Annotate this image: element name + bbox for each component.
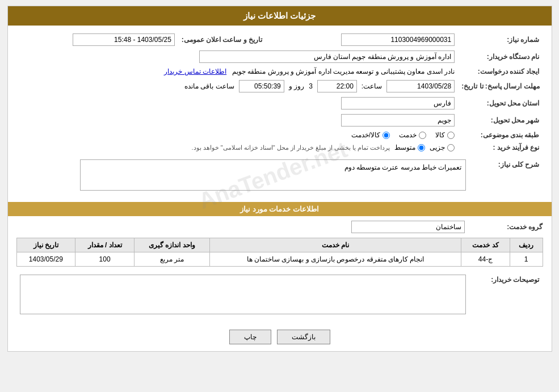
col-code: کد خدمت xyxy=(461,238,510,252)
col-count: تعداد / مقدار xyxy=(75,238,135,252)
sharh-label: شرح کلی نیاز: xyxy=(469,157,543,193)
back-button[interactable]: بازگشت xyxy=(277,330,330,344)
name-dastgah-label: نام دستگاه خریدار: xyxy=(458,48,543,65)
name-dastgah-value: اداره آموزش و پرورش منطقه جویم استان فار… xyxy=(199,50,455,63)
cell-date: 1403/05/29 xyxy=(16,252,75,267)
grohe-value: ساختمان xyxy=(351,221,465,233)
radio-kala-khadamat[interactable]: کالا/خدمت xyxy=(351,131,390,139)
ostan-value: فارس xyxy=(341,97,455,109)
roz-value: 3 xyxy=(309,82,313,90)
shahr-value: جویم xyxy=(341,114,455,127)
mohlat-label: مهلت ارسال پاسخ: تا تاریخ: xyxy=(458,78,543,95)
table-row: 1 ج-44 انجام کارهای متفرقه درخصوص بازساز… xyxy=(16,252,543,267)
print-button[interactable]: چاپ xyxy=(229,330,271,344)
radio-khadamat[interactable]: خدمت xyxy=(399,131,426,139)
saeat-value: 22:00 xyxy=(317,80,357,92)
farayand-label: نوع فرآیند خرید : xyxy=(458,141,543,154)
tarikh-label: تاریخ و ساعت اعلان عمومی: xyxy=(178,31,279,48)
roz-label: روز و xyxy=(289,82,304,90)
cell-count: 100 xyxy=(75,252,135,267)
toseif-label: توصیحات خریدار: xyxy=(469,272,543,318)
ij-label: ایجاد کننده درخواست: xyxy=(458,65,543,78)
col-unit: واحد اندازه گیری xyxy=(134,238,209,252)
cell-radif: 1 xyxy=(510,252,543,267)
saeat-label: ساعت: xyxy=(362,82,382,90)
tarikh-vosaet-value: 1403/05/25 - 15:48 xyxy=(73,33,175,46)
baqi-value: 05:50:39 xyxy=(239,80,284,92)
services-table: ردیف کد خدمت نام خدمت واحد اندازه گیری ت… xyxy=(16,238,543,267)
radio-mottavas[interactable]: متوسط xyxy=(394,144,425,151)
cell-unit: متر مربع xyxy=(134,252,209,267)
shenbare-niaz-value: 1103004969000031 xyxy=(341,33,455,46)
cell-code: ج-44 xyxy=(461,252,510,267)
shahr-label: شهر محل تحویل: xyxy=(458,112,543,129)
ostan-label: استان محل تحویل: xyxy=(458,95,543,112)
services-header: اطلاعات خدمات مورد نیاز xyxy=(8,202,552,216)
farayand-note: پرداخت تمام یا بخشی از مبلغ خریدار از مح… xyxy=(192,144,390,151)
col-radif: ردیف xyxy=(510,238,543,252)
ij-value: نادر اسدی معاون پشتیبانی و توسعه مدیریت … xyxy=(232,68,455,75)
grohe-label: گروه خدمت: xyxy=(469,223,543,231)
toseif-textarea[interactable] xyxy=(20,275,466,314)
radio-kala[interactable]: کالا xyxy=(435,131,455,139)
baqi-label: ساعت باقی مانده xyxy=(184,82,234,90)
sharh-value: تعمیرات خیاط مدرسه عترت متوسطه دوم xyxy=(80,159,466,191)
tabaqe-label: طبقه بندی موضوعی: xyxy=(458,129,543,141)
col-date: تاریخ نیاز xyxy=(16,238,75,252)
cell-name: انجام کارهای متفرقه درخصوص بازسازی و بهس… xyxy=(209,252,461,267)
col-name: نام خدمت xyxy=(209,238,461,252)
radio-jozi[interactable]: جزیی xyxy=(430,144,455,151)
page-title: جزئیات اطلاعات نیاز xyxy=(243,11,316,20)
ij-link[interactable]: اطلاعات تماس خریدار xyxy=(164,68,226,75)
shenbare-niaz-label: شماره نیاز: xyxy=(458,31,543,48)
footer-buttons: بازگشت چاپ xyxy=(8,323,552,351)
page-header: جزئیات اطلاعات نیاز xyxy=(8,6,552,26)
date-value: 1403/05/28 xyxy=(386,80,455,92)
